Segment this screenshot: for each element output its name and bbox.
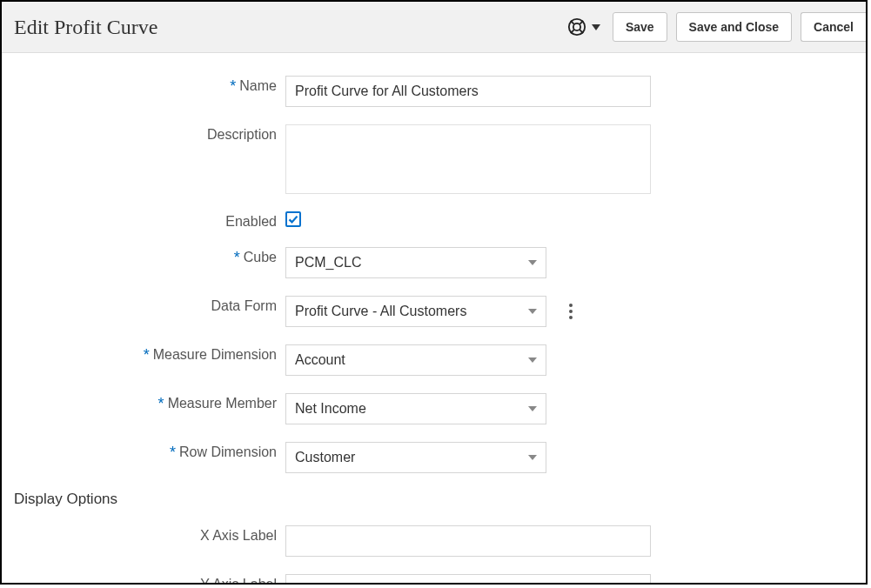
cube-select-value: PCM_CLC (295, 255, 361, 271)
enabled-checkbox[interactable] (285, 211, 301, 227)
x-axis-label-lbl: X Axis Label (200, 528, 277, 544)
display-options-section-title: Display Options (14, 491, 854, 508)
page-header: Edit Profit Curve Save Save and Close Ca… (2, 2, 866, 53)
measure-dimension-label: Measure Dimension (153, 347, 277, 363)
life-preserver-icon (567, 17, 586, 37)
chevron-down-icon (528, 455, 537, 460)
svg-point-1 (573, 23, 580, 30)
name-label: Name (239, 78, 277, 94)
row-dimension-label: Row Dimension (179, 444, 277, 460)
description-label: Description (207, 127, 277, 143)
data-form-actions-menu[interactable] (566, 300, 576, 323)
name-input[interactable] (285, 76, 651, 107)
description-input[interactable] (285, 124, 651, 194)
x-axis-label-input[interactable] (285, 525, 651, 557)
header-actions: Save Save and Close Cancel (567, 12, 866, 42)
chevron-down-icon (528, 406, 537, 411)
measure-member-label: Measure Member (168, 396, 277, 411)
enabled-label: Enabled (225, 214, 277, 230)
required-indicator: * (234, 253, 240, 262)
cube-select[interactable]: PCM_CLC (285, 247, 546, 278)
measure-dimension-select[interactable]: Account (285, 344, 546, 376)
save-button[interactable]: Save (613, 12, 667, 42)
chevron-down-icon (528, 260, 537, 265)
required-indicator: * (170, 448, 176, 457)
measure-member-select[interactable]: Net Income (285, 393, 546, 424)
required-indicator: * (158, 399, 164, 408)
chevron-down-icon (528, 309, 537, 314)
y-axis-label-lbl: Y Axis Label (200, 577, 277, 583)
required-indicator: * (144, 351, 150, 359)
chevron-down-icon (592, 24, 600, 30)
form-body: * Name Description Enabled (2, 53, 866, 583)
data-form-label: Data Form (211, 298, 277, 314)
data-form-select-value: Profit Curve - All Customers (295, 304, 466, 319)
y-axis-label-input[interactable] (285, 574, 651, 583)
measure-member-select-value: Net Income (295, 401, 366, 417)
chevron-down-icon (528, 357, 537, 363)
checkmark-icon (288, 214, 298, 224)
measure-dimension-select-value: Account (295, 352, 345, 368)
required-indicator: * (230, 82, 236, 90)
cube-label: Cube (244, 250, 277, 265)
row-dimension-select[interactable]: Customer (285, 442, 546, 473)
cancel-button[interactable]: Cancel (801, 12, 866, 42)
page-title: Edit Profit Curve (14, 16, 157, 39)
row-dimension-select-value: Customer (295, 450, 355, 465)
save-and-close-button[interactable]: Save and Close (676, 12, 793, 42)
help-menu-button[interactable] (567, 17, 600, 37)
data-form-select[interactable]: Profit Curve - All Customers (285, 296, 546, 327)
